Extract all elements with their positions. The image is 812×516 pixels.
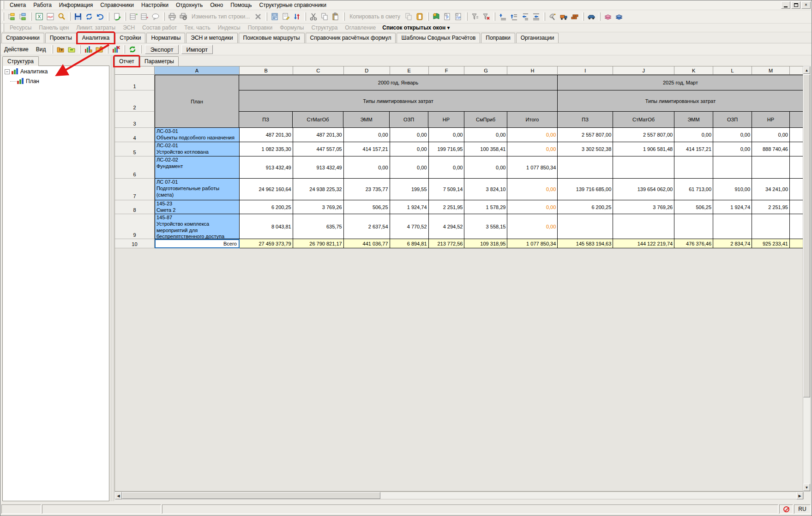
toolbar-grip[interactable] [343,12,345,21]
filter-tree-icon[interactable] [469,11,481,22]
toolbar-grip[interactable] [265,12,267,21]
comment-icon[interactable] [150,11,161,22]
panel-struktura[interactable]: Структура [307,24,341,31]
toolbar-grip[interactable] [304,12,306,21]
column-header-H[interactable]: H [507,66,558,75]
itogo-cell[interactable]: 0,00 [507,214,558,239]
insert-subrow-icon[interactable]: * [139,11,150,22]
import-button[interactable]: Импорт [181,45,213,54]
value-cell[interactable]: 139 654 062,00 [613,179,674,200]
value-cell[interactable] [613,156,674,179]
value-cell[interactable]: 487 201,30 [293,128,344,142]
menu-nastroiki[interactable]: Настройки [138,1,172,9]
row-number-7[interactable]: 7 [115,179,155,200]
itogo-cell[interactable]: 0,00 [507,142,558,156]
tab-parametry[interactable]: Параметры [140,56,179,66]
totals-cell[interactable]: 6 894,81 [390,239,429,248]
tree-add-icon[interactable] [17,11,28,22]
panel-splitter[interactable] [111,55,114,501]
value-cell[interactable]: 0,00 [464,156,507,179]
panel-teh-chast[interactable]: Тех. часть [180,24,214,31]
value-cell[interactable] [790,156,804,179]
value-cell[interactable]: 0,00 [429,128,465,142]
value-cell[interactable] [790,142,804,156]
row-number-1[interactable]: 1 [115,75,155,90]
paste-icon[interactable] [330,11,341,22]
printer-icon[interactable] [167,11,178,22]
plan-header-cell[interactable]: План [155,75,239,128]
menu-otdohnut[interactable]: Отдохнуть [172,1,206,9]
value-cell[interactable]: 910,00 [713,179,752,200]
value-cell[interactable]: 61 713,00 [674,179,713,200]
value-cell[interactable]: 3 769,26 [613,200,674,214]
collapse-icon[interactable]: − [5,69,10,74]
menu-strukturnye-spravochniki[interactable]: Структурные справочники [255,1,330,9]
column-header-partial[interactable] [790,66,804,75]
save-icon[interactable] [72,11,84,22]
col-header-ozp-2000[interactable]: ОЗП [390,112,428,128]
row-label-cell[interactable]: 145-87Устройство комплекса мероприятий д… [155,214,240,239]
scroll-right-icon[interactable]: ▶ [796,492,803,499]
col-header-pz-2025[interactable]: ПЗ [558,112,613,128]
column-header-K[interactable]: K [674,66,713,75]
toolbar-grip[interactable] [124,12,126,21]
toolbar-grip[interactable] [543,12,545,21]
panel-oglavlenie[interactable]: Оглавление [341,24,379,31]
value-cell[interactable] [558,214,613,239]
column-header-C[interactable]: C [293,66,344,75]
toolbar-grip[interactable] [123,45,125,54]
toolbar-grip[interactable] [493,12,495,21]
row-label-cell[interactable]: ЛС-02-02Фундамент [155,156,240,179]
value-cell[interactable]: 2 251,95 [429,200,465,214]
tree-node-plan[interactable]: План [3,77,109,85]
totals-cell[interactable]: 27 459 373,79 [240,239,293,248]
value-cell[interactable]: 2 557 807,00 [613,128,674,142]
scroll-up-icon[interactable]: ▲ [803,66,810,74]
row-label-cell[interactable]: ЛС-03-01Объекты подсобного назначения [155,128,240,142]
tab-organizacii[interactable]: Организации [516,33,559,43]
tab-struktura[interactable]: Структура [2,56,39,66]
value-cell[interactable] [613,214,674,239]
excel-export-icon[interactable]: X [34,11,45,22]
folder-gear-icon[interactable] [94,44,105,55]
panel-esn[interactable]: ЭСН [119,24,138,31]
column-header-D[interactable]: D [344,66,390,75]
toolbar-grip[interactable] [582,12,584,21]
value-cell[interactable]: 0,00 [390,128,429,142]
menu-pomosch[interactable]: Помощь [227,1,255,9]
menu-okno[interactable]: Окно [206,1,227,9]
value-cell[interactable]: 0,00 [390,156,429,179]
value-cell[interactable]: 199 716,95 [429,142,465,156]
tab-stroiki[interactable]: Стройки [115,33,145,43]
value-cell[interactable]: 7 509,14 [429,179,465,200]
value-cell[interactable]: 139 716 685,00 [558,179,613,200]
col-header-partial[interactable] [790,112,804,128]
tree-node-label[interactable]: Аналитика [20,68,48,75]
value-cell[interactable]: 0,00 [344,128,390,142]
value-cell[interactable]: 1 924,74 [713,200,752,214]
col-header-nr-2025[interactable]: НР [752,112,790,128]
toolbar-grip[interactable] [2,24,4,32]
panel-resursy[interactable]: Ресурсы [6,24,35,31]
doc-pr-icon[interactable]: ПР [453,11,464,22]
value-cell[interactable]: 506,25 [674,200,713,214]
value-cell[interactable]: 0,00 [464,128,507,142]
minimize-button[interactable] [781,1,790,9]
col-header-ozp-2025[interactable]: ОЗП [713,112,752,128]
itogo-cell[interactable]: 0,00 [507,200,558,214]
value-cell[interactable]: 913 432,49 [240,156,293,179]
itogo-cell[interactable]: 0,00 [507,128,558,142]
toolbar-grip[interactable] [599,12,601,21]
toolbar-grip[interactable] [108,12,109,21]
panel-formuly[interactable]: Формулы [276,24,307,31]
menu-spravochniki[interactable]: Справочники [96,1,138,9]
value-cell[interactable] [674,214,713,239]
tab-shablony-svodnyh[interactable]: Шаблоны Сводных Расчётов [397,33,480,43]
value-cell[interactable]: 1 578,29 [464,200,507,214]
value-cell[interactable]: 2 637,54 [344,214,390,239]
column-header-F[interactable]: F [429,66,465,75]
insert-row-icon[interactable]: * [128,11,139,22]
value-cell[interactable] [790,128,804,142]
column-header-J[interactable]: J [613,66,674,75]
value-cell[interactable]: 3 824,10 [464,179,507,200]
